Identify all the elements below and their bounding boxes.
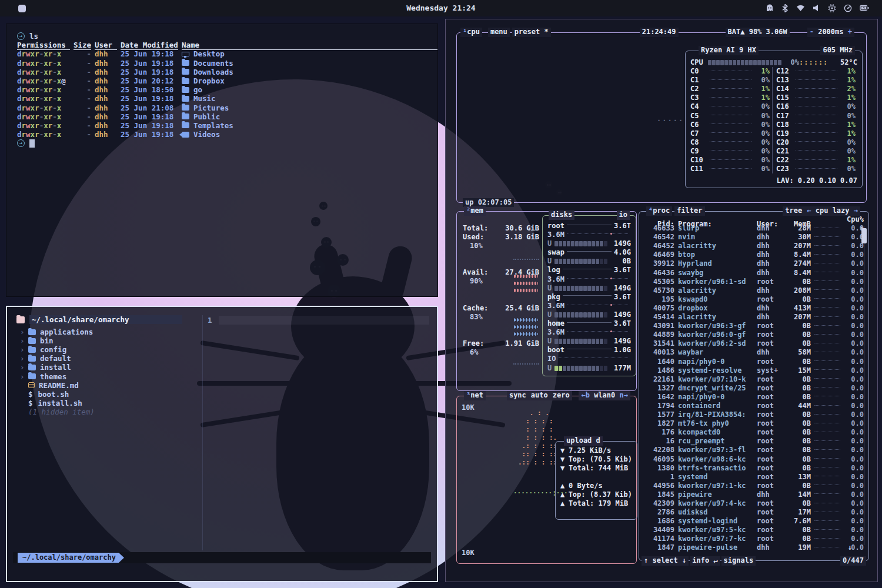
io-mode-toggle[interactable]: io (617, 211, 630, 219)
cpu-usage-meter (708, 60, 781, 65)
core-row: C31%C151% (686, 93, 862, 102)
ls-row: drwxr-xr-x-dhh25 Jun 19:18Music (17, 94, 437, 103)
process-row[interactable]: 42309kworker/u97:4-kcroot0B0.0 (639, 499, 868, 508)
yazi-dir-config[interactable]: ›config (16, 345, 437, 354)
net-interface-switcher[interactable]: ←b wlan0 n→ (579, 391, 630, 400)
filter-button[interactable]: filter (674, 206, 704, 215)
process-row[interactable]: 40075dropboxdhh413M0.0 (639, 304, 868, 313)
tab-net[interactable]: ³net (464, 391, 486, 400)
file-manager-window-yazi[interactable]: ~/.local/share/omarchy ›applications›bin… (6, 306, 438, 582)
process-row[interactable]: 1686systemd-logindroot7.6M0.0 (639, 517, 868, 526)
scroll-down-icon[interactable]: ↓ (848, 543, 852, 552)
battery-icon[interactable] (860, 4, 869, 12)
packages-icon[interactable] (766, 4, 774, 12)
cpu-temperature: 52°C (840, 58, 857, 67)
yazi-file-boot.sh[interactable]: $boot.sh (16, 390, 437, 399)
cpu-graph-trace: ····· (657, 116, 684, 125)
ls-header-row: PermissionsSizeUserDate ModifiedName (17, 41, 437, 49)
core-row: C50%C170% (686, 112, 862, 121)
prompt-line[interactable]: → (17, 139, 437, 148)
process-row[interactable]: 1486systemd-resolvesyst+15M0.0 (639, 366, 868, 375)
net-sync-toggle[interactable]: sync (507, 391, 529, 400)
process-row[interactable]: 1327dmcrypt_write/25root0B0.0 (639, 384, 868, 393)
yazi-file-install.sh[interactable]: $install.sh (16, 399, 437, 407)
process-row[interactable]: 1642napi/phy0-0root0B0.0 (639, 393, 868, 402)
process-row[interactable]: 46095kworker/u98:6-kcroot0B0.0 (639, 455, 868, 464)
process-row[interactable]: 1380btrfs-transactioroot0B0.0 (639, 464, 868, 473)
interval-decrease[interactable]: - (810, 28, 814, 36)
process-row[interactable]: 16rcu_preemptroot0B0.0 (639, 437, 868, 446)
process-row[interactable]: 1847pipewire-pulsedhh19M0.0 (639, 543, 868, 552)
process-row[interactable]: 44889kworker/u96:0-gfroot0B0.0 (639, 330, 868, 339)
yazi-dir-themes[interactable]: ›themes (16, 372, 437, 381)
process-row[interactable]: 1577irq/81-PIXA3854:root0B0.0 (639, 410, 868, 419)
process-row[interactable]: 31541kworker/u96:2-sdroot0B0.0 (639, 339, 868, 348)
updown-stats-box: upload d ▼7.25 KiB/s▼Top: (70.5 Kib)▼Tot… (555, 441, 637, 520)
signals-key[interactable]: signals (721, 556, 756, 565)
process-row[interactable]: 45305kworker/u96:1-sdroot0B0.0 (639, 278, 868, 286)
core-row: C70%C191% (686, 129, 862, 138)
process-row[interactable]: 34409kworker/u97:5-kcroot0B0.0 (639, 526, 868, 534)
yazi-dir-default[interactable]: ›default (16, 354, 437, 363)
net-auto-toggle[interactable]: auto (529, 391, 550, 400)
select-keys[interactable]: ↑ select ↓ (642, 556, 689, 565)
tab-proc[interactable]: ⁴proc (646, 206, 672, 215)
preset-button[interactable]: preset * (512, 28, 551, 36)
disks-label[interactable]: disks (549, 211, 574, 219)
free-graph (513, 363, 539, 365)
process-row[interactable]: 46436swaybgdhh8.4M0.0 (639, 269, 868, 278)
terminal-window-ls[interactable]: → ls PermissionsSizeUserDate ModifiedNam… (6, 24, 438, 297)
bluetooth-icon[interactable] (781, 4, 789, 12)
proc-scrollbar-track[interactable] (864, 226, 864, 545)
info-key[interactable]: info ↵ (690, 556, 720, 565)
process-row[interactable]: 43091kworker/u96:3-gfroot0B0.0 (639, 322, 868, 330)
process-row[interactable]: 46469btopdhh8.4M0.0 (639, 250, 868, 259)
folder-icon (28, 338, 36, 344)
process-row[interactable]: 1794containerdroot44M0.0 (639, 402, 868, 410)
process-row[interactable]: 39912Hyprlanddhh274M0.0 (639, 259, 868, 268)
system-monitor-window-btop[interactable]: ¹cpu menu preset * 21:24:49 BAT▲ 98% 3.0… (445, 19, 878, 582)
disk-list: root3.6T3.6MU149Gswap4.0GU0Blog3.6T3.6MU… (543, 222, 636, 373)
process-row[interactable]: 1systemdroot13M0.0 (639, 473, 868, 482)
process-row[interactable]: 2786udisksdroot17M0.0 (639, 508, 868, 517)
process-row[interactable]: 40013waybardhh58M0.0 (639, 348, 868, 357)
process-row[interactable]: 46633slurpdhh28M0.0 (639, 224, 868, 233)
menu-button[interactable]: menu (488, 28, 510, 36)
cpu-panel-title: ¹cpu menu preset * 21:24:49 BAT▲ 98% 3.0… (460, 28, 863, 37)
yazi-dir-install[interactable]: ›install (16, 363, 437, 372)
tree-toggle[interactable]: tree (783, 206, 804, 215)
tab-cpu[interactable]: ¹cpu (460, 28, 482, 36)
process-row[interactable]: 176kcompactd0root0B0.0 (639, 428, 868, 437)
interval-control[interactable]: - 2000ms + (807, 28, 854, 36)
sort-selector[interactable]: ← cpu lazy → (804, 206, 860, 215)
status-path-crumb[interactable]: ~/.local/share/omarchy (18, 553, 124, 563)
current-folder-icon (16, 316, 25, 323)
updown-box-title: upload d (559, 436, 633, 446)
process-row[interactable]: 42208kworker/u97:3-flroot0B0.0 (639, 446, 868, 455)
process-row[interactable]: 44956kworker/u97:1-kcroot0B0.0 (639, 482, 868, 490)
process-row[interactable]: 1845pipewiredhh14M0.0 (639, 490, 868, 499)
yazi-dir-applications[interactable]: ›applications (16, 328, 437, 336)
tab-mem[interactable]: ²mem (464, 206, 486, 215)
interval-increase[interactable]: + (848, 28, 852, 36)
volume-icon[interactable] (813, 4, 820, 12)
process-row[interactable]: 41174kworker/u97:7-kcroot0B0.0 (639, 534, 868, 543)
process-row[interactable]: 22161kworker/u97:10-kroot0B0.0 (639, 375, 868, 384)
wifi-icon[interactable] (796, 4, 805, 12)
proc-scrollbar-thumb[interactable] (861, 228, 867, 243)
process-row[interactable]: 45730alacrittydhh208M0.0 (639, 286, 868, 295)
process-row[interactable]: 45414alacrittydhh207M0.0 (639, 313, 868, 322)
process-row[interactable]: 195kswapd0root0B0.0 (639, 295, 868, 304)
ls-row: drwxr-xr-x-dhh25 Jun 18:50go (17, 85, 437, 94)
gauge-icon[interactable] (844, 4, 852, 12)
net-zero-toggle[interactable]: zero (550, 391, 572, 400)
process-row[interactable]: 46542nvimdhh30M0.0 (639, 233, 868, 242)
chip-icon[interactable] (828, 4, 836, 12)
yazi-file-README.md[interactable]: README.md (16, 381, 437, 390)
process-row[interactable]: 1640napi/phy0-0root0B0.0 (639, 358, 868, 366)
process-row[interactable]: 46452alacrittydhh207M0.0 (639, 242, 868, 250)
cpu-temp-graph: :::::: (799, 58, 828, 67)
process-row[interactable]: 1827mt76-tx phy0root0B0.0 (639, 419, 868, 428)
net-scale-bottom: 10K (462, 549, 475, 557)
yazi-dir-bin[interactable]: ›bin (16, 336, 437, 345)
